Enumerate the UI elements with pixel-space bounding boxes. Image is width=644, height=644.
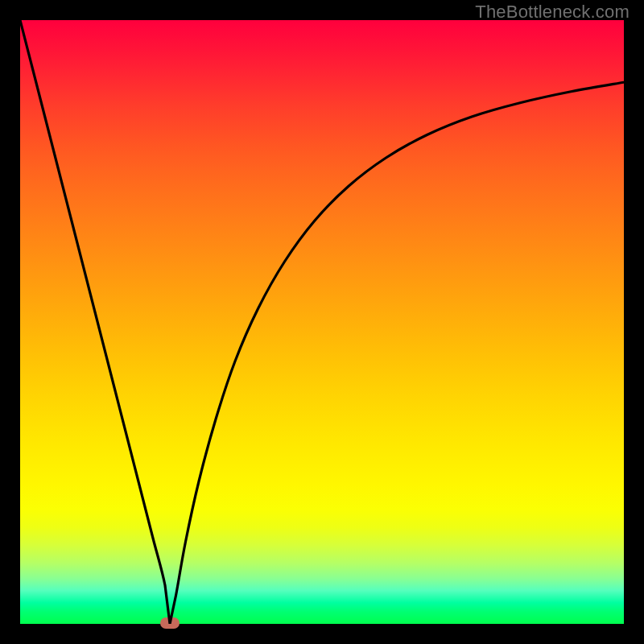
- curve-svg: [20, 20, 624, 624]
- figure-container: TheBottleneck.com: [0, 0, 644, 644]
- watermark-text: TheBottleneck.com: [475, 2, 630, 23]
- bottleneck-curve: [20, 20, 624, 624]
- plot-area: [20, 20, 624, 624]
